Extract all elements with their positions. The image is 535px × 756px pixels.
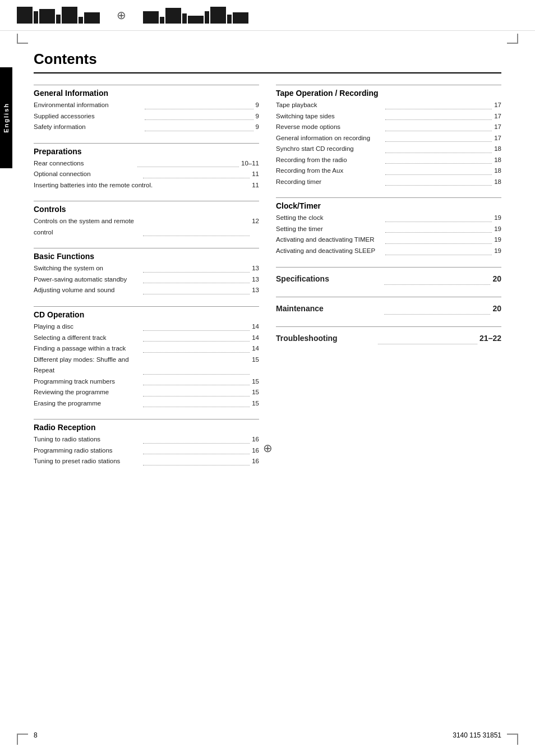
toc-dots [143,285,250,294]
toc-label: Inserting batteries into the remote cont… [34,180,250,191]
toc-label: Reviewing the programme [34,387,141,398]
toc-item: Adjusting volume and sound 13 [34,285,259,296]
toc-item: Rear connections 10–11 [34,158,259,169]
section-title-basic-functions: Basic Functions [34,252,259,261]
toc-dots [145,122,253,131]
toc-page: 17 [494,100,501,111]
toc-dots [385,100,492,109]
toc-item: Safety information 9 [34,122,259,133]
toc-page: 17 [494,111,501,122]
toc-label: Different play modes: Shuffle and Repeat [34,354,141,376]
section-troubleshooting: Troubleshooting 21–22 [276,326,501,346]
toc-label: Activating and deactivating SLEEP [276,246,383,257]
toc-dots [143,333,250,342]
toc-dots [385,234,492,244]
toc-label: Recording timer [276,177,383,188]
deco-bar [17,7,33,24]
toc-item: Inserting batteries into the remote cont… [34,180,259,191]
toc-item: Activating and deactivating SLEEP 19 [276,246,501,257]
section-title-general-information: General Information [34,89,259,98]
toc-page: 9 [256,111,259,122]
toc-page: 11 [252,180,259,191]
deco-bar [143,11,159,24]
toc-item: Reviewing the programme 15 [34,387,259,398]
toc-page: 16 [252,434,259,445]
section-title-preparations: Preparations [34,147,259,156]
deco-bar [227,15,232,24]
toc-label: Erasing the programme [34,398,141,409]
toc-item: Optional connection 11 [34,169,259,180]
section-radio-reception: Radio Reception Tuning to radio stations… [34,419,259,467]
toc-label: Playing a disc [34,321,141,333]
toc-page: 15 [252,354,259,376]
toc-page: 9 [256,122,259,133]
deco-bar [188,16,204,24]
toc-dots [145,100,253,109]
deco-bar [205,11,209,24]
toc-page: 18 [494,165,501,177]
toc-item: Programming radio stations 16 [34,445,259,457]
toc-left-column: General Information Environmental inform… [34,85,259,477]
toc-label: Safety information [34,122,142,133]
toc-page: 13 [252,274,259,285]
toc-dots [143,263,250,273]
deco-bar [210,7,226,24]
toc-page: 20 [492,301,501,316]
toc-label: Environmental information [34,100,142,111]
toc-item-specifications: Specifications 20 [276,271,501,287]
toc-page: 15 [252,376,259,388]
toc-item: Supplied accessories 9 [34,111,259,122]
toc-label: Selecting a different track [34,333,141,344]
toc-dots [385,246,492,255]
top-decoration: ⊕ [0,0,535,31]
toc-item: Activating and deactivating TIMER 19 [276,234,501,246]
deco-right-pattern [143,7,248,24]
deco-bar [233,12,248,24]
deco-bar [62,7,77,24]
section-maintenance: Maintenance 20 [276,297,501,316]
toc-item: Programming track numbers 15 [34,376,259,388]
toc-item: Setting the clock 19 [276,213,501,224]
section-title-controls: Controls [34,205,259,214]
toc-item: Power-saving automatic standby 13 [34,274,259,285]
deco-bar [56,15,61,24]
toc-page: 19 [494,234,501,246]
page-number: 8 [34,731,38,739]
toc-dots [384,301,490,315]
toc-label: Switching tape sides [276,111,383,122]
toc-dots [385,122,492,131]
toc-label: Reverse mode options [276,122,383,133]
toc-label: Programming track numbers [34,376,141,388]
toc-dots [143,445,250,455]
toc-label: Rear connections [34,158,135,169]
toc-dots [385,155,492,164]
toc-item: Setting the timer 19 [276,224,501,235]
toc-page: 13 [252,285,259,296]
toc-item: Tape playback 17 [276,100,501,111]
toc-label: Programming radio stations [34,445,141,457]
section-title-tape-operation: Tape Operation / Recording [276,89,501,98]
section-tape-operation: Tape Operation / Recording Tape playback… [276,85,501,187]
toc-item: Switching tape sides 17 [276,111,501,122]
toc-dots [143,354,250,375]
toc-right-column: Tape Operation / Recording Tape playback… [276,85,501,477]
toc-item: Selecting a different track 14 [34,333,259,344]
section-general-information: General Information Environmental inform… [34,85,259,133]
section-basic-functions: Basic Functions Switching the system on … [34,248,259,296]
deco-bar [165,8,181,24]
toc-page: 16 [252,445,259,457]
toc-dots [143,321,250,331]
toc-item-troubleshooting: Troubleshooting 21–22 [276,330,501,346]
toc-dots [385,165,492,175]
toc-label: Tuning to radio stations [34,434,141,445]
toc-dots [143,169,250,178]
toc-page: 15 [252,387,259,398]
toc-item: General information on recording 17 [276,133,501,144]
section-preparations: Preparations Rear connections 10–11 Opti… [34,143,259,191]
toc-label: Specifications [276,271,382,287]
crosshair-icon: ⊕ [117,8,126,22]
toc-dots [385,177,492,186]
deco-bar [84,12,100,24]
toc-label: Setting the timer [276,224,383,235]
toc-page: 14 [252,343,259,354]
